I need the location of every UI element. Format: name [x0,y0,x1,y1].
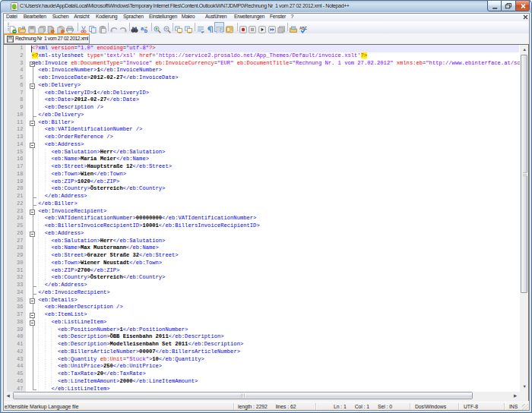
svg-text:ABC: ABC [299,26,307,30]
svg-text:b: b [144,28,147,33]
svg-text:a: a [141,26,144,31]
